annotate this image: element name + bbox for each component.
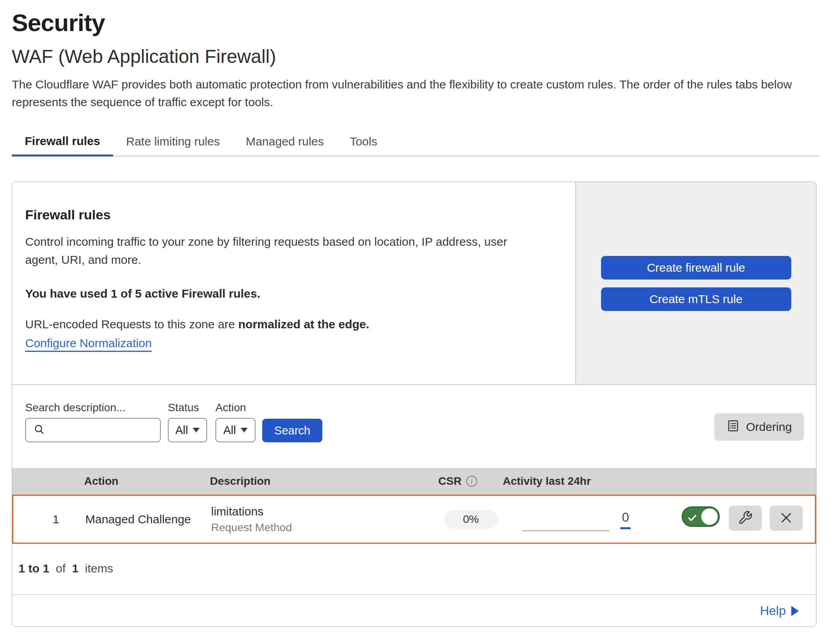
column-header-action: Action (84, 468, 118, 495)
arrow-right-icon (791, 606, 799, 616)
firewall-rules-summary: Firewall rules Control incoming traffic … (12, 182, 575, 385)
column-header-activity: Activity last 24hr (503, 468, 591, 495)
items-count-line: 1 to 1 of 1 items (18, 562, 116, 575)
normalization-line: URL-encoded Requests to this zone are no… (25, 318, 548, 331)
activity-count-link[interactable]: 0 (620, 510, 631, 529)
status-select-value: All (175, 424, 188, 437)
csr-badge: 0% (444, 510, 498, 529)
edit-rule-button[interactable] (729, 506, 762, 531)
firewall-rules-summary-section: Firewall rules Control incoming traffic … (12, 182, 816, 385)
usage-line: You have used 1 of 5 active Firewall rul… (25, 287, 548, 300)
tab-managed-rules[interactable]: Managed rules (233, 127, 336, 156)
items-of: of (56, 562, 66, 575)
search-description-label: Search description... (25, 401, 125, 414)
activity-sparkline (522, 530, 609, 531)
items-range: 1 to 1 (18, 562, 49, 575)
create-firewall-rule-button[interactable]: Create firewall rule (601, 256, 791, 280)
column-header-csr: CSR i (438, 468, 477, 495)
chevron-down-icon (241, 428, 248, 432)
action-select[interactable]: All (215, 418, 256, 442)
page-title: Security (12, 9, 105, 37)
status-label: Status (168, 401, 199, 414)
delete-rule-button[interactable] (770, 506, 803, 531)
ordering-button[interactable]: Ordering (714, 413, 804, 441)
page-description: The Cloudflare WAF provides both automat… (12, 75, 809, 111)
waf-tab-bar: Firewall rules Rate limiting rules Manag… (12, 127, 819, 156)
normalization-bold-text: normalized at the edge. (238, 318, 369, 331)
list-icon (726, 419, 740, 435)
search-input[interactable] (25, 418, 161, 442)
search-button[interactable]: Search (262, 419, 322, 442)
toggle-knob (701, 508, 718, 525)
normalization-text: URL-encoded Requests to this zone are (25, 318, 238, 331)
card-heading: Firewall rules (25, 207, 548, 223)
search-icon (33, 423, 46, 437)
table-row: 1 Managed Challenge limitations Request … (12, 495, 816, 544)
tab-tools[interactable]: Tools (337, 127, 390, 156)
help-link[interactable]: Help (760, 604, 799, 618)
csr-header-label: CSR (438, 475, 461, 488)
check-icon (687, 513, 697, 523)
table-header-row: Action Description CSR i Activity last 2… (12, 468, 816, 495)
status-select[interactable]: All (168, 418, 207, 442)
rule-priority: 1 (44, 496, 68, 543)
rule-enabled-toggle[interactable] (682, 506, 720, 527)
wrench-icon (738, 510, 753, 526)
action-label: Action (215, 401, 246, 414)
action-select-value: All (223, 424, 236, 437)
help-label: Help (760, 604, 786, 618)
filter-bar: Search description... Status Action All … (12, 385, 816, 468)
firewall-rules-card: Firewall rules Control incoming traffic … (12, 182, 816, 627)
ordering-button-label: Ordering (746, 420, 792, 434)
rule-action: Managed Challenge (85, 496, 191, 543)
configure-normalization-link[interactable]: Configure Normalization (25, 337, 152, 352)
chevron-down-icon (193, 428, 200, 432)
items-total: 1 (72, 562, 79, 575)
info-icon[interactable]: i (466, 476, 477, 487)
close-icon (779, 511, 793, 526)
create-rule-actions-panel: Create firewall rule Create mTLS rule (575, 182, 816, 385)
rule-expression: Request Method (211, 521, 292, 534)
page-subtitle: WAF (Web Application Firewall) (12, 46, 276, 67)
items-word: items (85, 562, 113, 575)
create-mtls-rule-button[interactable]: Create mTLS rule (601, 287, 791, 311)
rule-description-name: limitations (211, 505, 263, 518)
card-description: Control incoming traffic to your zone by… (25, 233, 536, 269)
tab-rate-limiting-rules[interactable]: Rate limiting rules (113, 127, 233, 156)
rule-description: limitations Request Method (211, 496, 292, 543)
tab-firewall-rules[interactable]: Firewall rules (12, 127, 113, 156)
pagination-summary: 1 to 1 of 1 items (12, 544, 816, 594)
help-bar: Help (12, 594, 816, 626)
column-header-description: Description (210, 468, 270, 495)
